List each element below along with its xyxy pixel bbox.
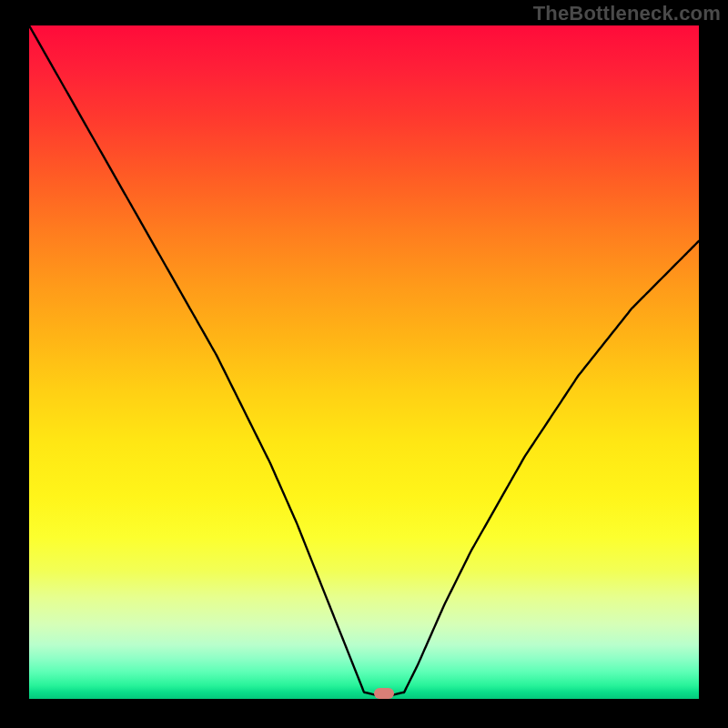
watermark-text: TheBottleneck.com — [533, 2, 721, 25]
optimum-marker — [374, 688, 394, 699]
plot-area — [29, 25, 699, 699]
chart-frame: TheBottleneck.com — [0, 0, 728, 728]
bottleneck-curve — [29, 25, 699, 699]
